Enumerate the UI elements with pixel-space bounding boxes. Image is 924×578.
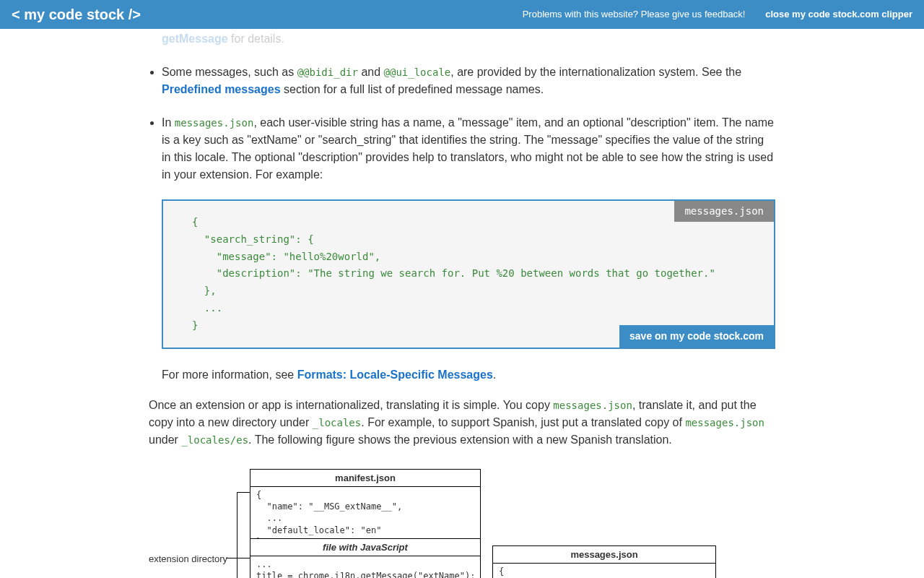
figure-box-content: ... title = chrome.i18n.getMessage("extN… bbox=[250, 556, 480, 578]
figure-box-title: manifest.json bbox=[250, 470, 480, 488]
text: Once an extension or app is internationa… bbox=[149, 399, 553, 411]
close-clipper-button[interactable]: close my code stock.com clipper bbox=[765, 7, 912, 22]
clipper-actions: Problems with this website? Please give … bbox=[523, 7, 912, 22]
text: In bbox=[162, 116, 175, 129]
paragraph: For more information, see Formats: Local… bbox=[162, 366, 775, 384]
figure-label-extension-directory: extension directory bbox=[149, 552, 227, 566]
text: for details. bbox=[228, 33, 284, 45]
text: For more information, see bbox=[162, 368, 297, 381]
doc-bullet-list: ...In each call to getMessage(), you can… bbox=[149, 13, 775, 184]
text: and bbox=[358, 66, 384, 78]
figure-box-title: messages.json bbox=[493, 546, 715, 564]
code-inline: @@ui_locale bbox=[384, 66, 451, 78]
save-snippet-button[interactable]: save on my code stock.com bbox=[619, 325, 774, 348]
list-item: In messages.json, each user-visible stri… bbox=[162, 114, 775, 184]
code-inline: messages.json bbox=[685, 417, 764, 428]
figure-box-javascript: file with JavaScript ... title = chrome.… bbox=[250, 538, 481, 578]
figure-connector bbox=[237, 492, 237, 578]
text: , are provided by the internationalizati… bbox=[450, 66, 741, 78]
text: Some messages, such as bbox=[162, 66, 297, 78]
text: . The following figure shows the previou… bbox=[248, 434, 672, 446]
text: , each user-visible string has a name, a… bbox=[162, 116, 774, 181]
predefined-messages-link[interactable]: Predefined messages bbox=[162, 83, 281, 95]
paragraph: Once an extension or app is internationa… bbox=[149, 397, 775, 449]
text: section for a full list of predefined me… bbox=[281, 83, 544, 95]
main-content: ...In each call to getMessage(), you can… bbox=[0, 13, 924, 578]
list-item: Some messages, such as @@bidi_dir and @@… bbox=[162, 64, 775, 98]
clipper-topbar: < my code stock /> Problems with this we… bbox=[0, 0, 924, 29]
text: . bbox=[493, 368, 496, 381]
code-block-filename: messages.json bbox=[674, 201, 774, 222]
clipper-logo: < my code stock /> bbox=[12, 4, 141, 25]
code-block: messages.json { "search_string": { "mess… bbox=[162, 199, 775, 349]
feedback-link[interactable]: Problems with this website? Please give … bbox=[523, 7, 746, 22]
code-inline: @@bidi_dir bbox=[297, 66, 358, 78]
text: . For example, to support Spanish, just … bbox=[361, 416, 685, 428]
figure-extension-structure: extension directory manifest.json { "nam… bbox=[149, 469, 775, 578]
text: under bbox=[149, 434, 181, 446]
figure-box-title: file with JavaScript bbox=[250, 539, 480, 557]
figure-connector bbox=[237, 558, 250, 558]
code-inline: messages.json bbox=[175, 117, 254, 129]
code-inline: messages.json bbox=[553, 400, 632, 411]
figure-box-content: { "extName": { "message": "Hello World" bbox=[493, 564, 715, 578]
figure-box-messages: messages.json { "extName": { "message": … bbox=[492, 545, 716, 578]
code-inline: _locales bbox=[313, 417, 361, 428]
code-inline: _locales/es bbox=[181, 434, 248, 446]
figure-connector bbox=[237, 492, 250, 493]
formats-locale-link[interactable]: Formats: Locale-Specific Messages bbox=[297, 368, 493, 381]
